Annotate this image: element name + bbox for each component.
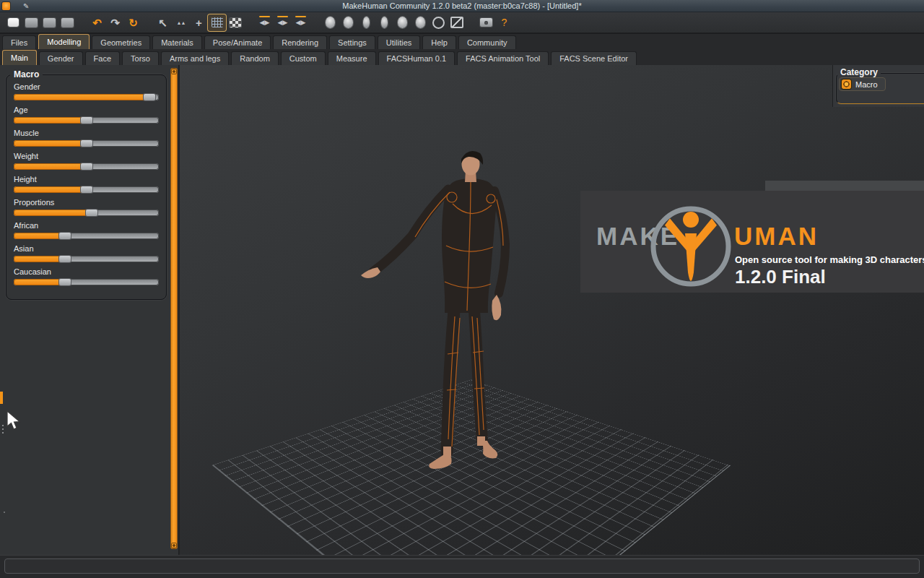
status-bar	[0, 555, 924, 578]
slider-weight: Weight	[14, 152, 159, 170]
reset-camera-icon[interactable]: ↻	[124, 14, 142, 31]
tab-materials[interactable]: Materials	[152, 35, 202, 49]
slider-handle-african[interactable]	[59, 233, 71, 239]
slider-label-caucasian: Caucasian	[14, 267, 159, 276]
slider-track-caucasian[interactable]	[14, 279, 159, 285]
view-back-icon[interactable]	[339, 14, 357, 31]
pan-icon[interactable]: +	[190, 14, 208, 31]
new-icon[interactable]	[4, 14, 22, 31]
right-panel: Category Macro	[832, 65, 924, 107]
splash-strip	[765, 181, 924, 191]
slider-label-proportions: Proportions	[14, 198, 159, 207]
subtab-random[interactable]: Random	[231, 51, 279, 65]
macro-sliders: GenderAgeMuscleWeightHeightProportionsAf…	[11, 82, 162, 285]
slider-proportions: Proportions	[14, 198, 159, 216]
progress-bar	[4, 558, 920, 574]
panel-splitter-handle[interactable]	[0, 392, 3, 404]
subtab-facs-scene-editor[interactable]: FACS Scene Editor	[551, 51, 637, 65]
view-left-icon[interactable]	[357, 14, 375, 31]
category-option-macro[interactable]: Macro	[839, 77, 886, 91]
tab-help[interactable]: Help	[422, 35, 456, 49]
zoom-icon[interactable]: ▲▲	[172, 14, 190, 31]
left-panel-scrollbar[interactable]	[170, 68, 178, 549]
slider-age: Age	[14, 105, 159, 124]
slider-track-muscle[interactable]	[14, 140, 159, 147]
view-right-icon[interactable]	[375, 14, 393, 31]
mouse-cursor	[6, 410, 22, 432]
orbit-view-icon[interactable]	[430, 14, 448, 31]
slider-african: African	[14, 221, 159, 239]
slider-label-height: Height	[14, 175, 159, 184]
slider-fill-asian	[14, 256, 60, 262]
slider-label-gender: Gender	[14, 82, 159, 91]
slider-fill-age	[14, 117, 82, 124]
subtab-arms-and-legs[interactable]: Arms and legs	[161, 51, 229, 65]
tab-rendering[interactable]: Rendering	[273, 35, 327, 49]
slider-track-proportions[interactable]	[14, 210, 159, 216]
slider-gender: Gender	[14, 82, 159, 100]
view-front-icon[interactable]	[321, 14, 339, 31]
load-icon[interactable]: ▼	[40, 14, 58, 31]
slider-fill-african	[14, 233, 60, 239]
human-model[interactable]	[353, 137, 541, 484]
slider-track-age[interactable]	[14, 117, 159, 124]
category-group-title: Category	[837, 67, 881, 77]
splash-tagline: Open source tool for making 3D character…	[735, 254, 924, 265]
subtab-face[interactable]: Face	[85, 51, 120, 65]
left-panel: Macro GenderAgeMuscleWeightHeightProport…	[0, 65, 179, 555]
category-option-label: Macro	[855, 80, 878, 89]
slider-handle-proportions[interactable]	[86, 210, 97, 216]
slider-handle-weight[interactable]	[81, 163, 92, 170]
slider-track-height[interactable]	[14, 186, 159, 193]
view-bottom-icon[interactable]	[411, 14, 430, 31]
subtab-gender[interactable]: Gender	[39, 51, 83, 65]
splash-screen: MAKE UMAN Open source tool for making 3D…	[580, 191, 924, 293]
slider-label-muscle: Muscle	[14, 129, 159, 137]
symmetry-both-icon[interactable]: ◀▶	[292, 14, 310, 31]
tab-utilities[interactable]: Utilities	[378, 35, 420, 49]
subtab-measure[interactable]: Measure	[328, 51, 376, 65]
subtab-main[interactable]: Main	[2, 50, 37, 65]
save-icon[interactable]: ▲	[58, 14, 77, 31]
slider-track-weight[interactable]	[14, 163, 159, 170]
slider-handle-caucasian[interactable]	[59, 279, 71, 285]
tab-files[interactable]: Files	[2, 35, 36, 49]
slider-muscle: Muscle	[14, 129, 159, 147]
background-checker-icon[interactable]	[226, 14, 244, 31]
grab-screen-icon[interactable]	[477, 14, 495, 31]
slider-handle-muscle[interactable]	[81, 140, 92, 147]
tab-modelling[interactable]: Modelling	[38, 34, 90, 49]
slider-handle-height[interactable]	[81, 186, 92, 193]
viewport-3d[interactable]: MAKE UMAN Open source tool for making 3D…	[180, 65, 924, 555]
window-icon[interactable]	[448, 14, 466, 31]
title-bar: ✎ MakeHuman Community 1.2.0 beta2 (maste…	[0, 0, 924, 12]
slider-handle-age[interactable]	[81, 117, 92, 124]
subtab-custom[interactable]: Custom	[281, 51, 326, 65]
subtab-facs-animation-tool[interactable]: FACS Animation Tool	[457, 51, 549, 65]
slider-asian: Asian	[14, 244, 159, 262]
help-icon[interactable]: ?	[495, 14, 513, 31]
slider-track-african[interactable]	[14, 233, 159, 239]
symmetry-left-icon[interactable]: ◀▶	[256, 14, 274, 31]
slider-handle-gender[interactable]	[144, 94, 155, 100]
redo-icon[interactable]: ↷	[106, 14, 124, 31]
slider-handle-asian[interactable]	[59, 256, 71, 262]
grab-icon[interactable]: ↖	[154, 14, 172, 31]
logo-text-uman: UMAN	[734, 222, 819, 251]
view-top-icon[interactable]	[393, 14, 411, 31]
tab-community[interactable]: Community	[458, 35, 516, 49]
splitter-dots-icon	[2, 425, 4, 426]
subtab-facshuman-0-1[interactable]: FACSHuman 0.1	[378, 51, 456, 65]
subtab-torso[interactable]: Torso	[122, 51, 159, 65]
slider-track-gender[interactable]	[14, 94, 159, 100]
undo-icon[interactable]: ↶	[88, 14, 106, 31]
tab-settings[interactable]: Settings	[329, 35, 375, 49]
slider-track-asian[interactable]	[14, 256, 159, 262]
macro-group-title: Macro	[10, 69, 43, 79]
tab-geometries[interactable]: Geometries	[92, 35, 150, 49]
splash-version: 1.2.0 Final	[735, 266, 826, 288]
symmetry-right-icon[interactable]: ◀▶	[274, 14, 292, 31]
open-icon[interactable]	[22, 14, 40, 31]
tab-pose-animate[interactable]: Pose/Animate	[204, 35, 271, 49]
grid-toggle-icon[interactable]	[208, 14, 226, 31]
